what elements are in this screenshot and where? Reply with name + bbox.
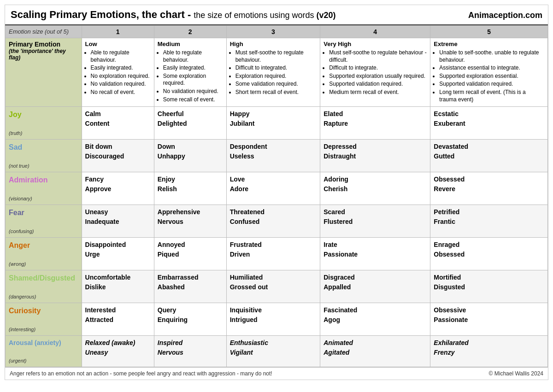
- anger-col5: EnragedObsessed: [430, 238, 548, 270]
- list-item: Able to regulate behaviour.: [163, 49, 223, 64]
- list-item: Easily integrated.: [91, 64, 151, 72]
- desc-col4: Very High Must self-soothe to regulate b…: [320, 38, 430, 107]
- curiosity-label: Curiosity: [9, 305, 78, 316]
- shamed-label: Shamed/Disgusted: [9, 273, 78, 284]
- arousal-col5: ExhilaratedFrenzy: [430, 336, 548, 367]
- primary-emotion-label: Primary Emotion: [9, 41, 78, 48]
- arousal-label: Arousal (anxiety): [9, 338, 78, 348]
- admiration-col3: LoveAdore: [226, 172, 320, 205]
- list-item: No validation required.: [91, 81, 151, 88]
- title-main: Scaling Primary Emotions, the chart: [11, 9, 185, 20]
- admiration-sub: (visionary): [9, 195, 78, 203]
- list-item: Easily integrated.: [163, 64, 223, 72]
- emotion-label-shamed: Shamed/Disgusted (dangerous): [6, 270, 82, 303]
- curiosity-col4: FascinatedAgog: [320, 303, 430, 336]
- emotion-row-fear: Fear (confusing) UneasyInadequate Appreh…: [6, 205, 548, 238]
- arousal-col3: EnthusiasticVigilant: [226, 336, 320, 367]
- level1-label: Low: [85, 41, 151, 47]
- list-item: Some exploration required.: [163, 73, 223, 87]
- shamed-sub: (dangerous): [9, 293, 78, 301]
- shamed-col5: MortifiedDisgusted: [430, 270, 548, 303]
- list-item: Short term recall of event.: [235, 89, 317, 96]
- desc-col1: Low Able to regulate behaviour. Easily i…: [82, 38, 154, 107]
- list-item: Unable to self-soothe. unable to regulat…: [439, 49, 544, 64]
- level3-list: Must self-soothe to regulate behaviour. …: [235, 49, 317, 96]
- arousal-col2: InspiredNervous: [154, 336, 226, 367]
- title-dash: -: [185, 9, 194, 20]
- page-wrapper: Scaling Primary Emotions, the chart - th…: [5, 5, 548, 380]
- emotion-label-fear: Fear (confusing): [6, 205, 82, 238]
- sad-col2: DownUnhappy: [154, 140, 226, 172]
- anger-col1: DisappointedUrge: [82, 238, 154, 270]
- list-item: Able to regulate behaviour.: [91, 49, 151, 64]
- list-item: Supported validation required.: [329, 81, 427, 88]
- fear-col3: ThreatenedConfused: [226, 205, 320, 238]
- anger-col3: FrustratedDriven: [226, 238, 320, 270]
- list-item: Must self-soothe to regulate behaviour -…: [329, 49, 427, 64]
- joy-col1: CalmContent: [82, 107, 154, 140]
- joy-label: Joy: [9, 109, 78, 120]
- level3-label: High: [230, 41, 317, 47]
- desc-col5: Extreme Unable to self-soothe. unable to…: [430, 38, 548, 107]
- emotion-row-arousal: Arousal (anxiety) (urgent) Relaxed (awak…: [6, 336, 548, 367]
- sad-col3: DespondentUseless: [226, 140, 320, 172]
- arousal-sub: (urgent): [9, 357, 78, 365]
- emotion-row-admiration: Admiration (visionary) FancyApprove Enjo…: [6, 172, 548, 205]
- list-item: No exploration required.: [91, 73, 151, 80]
- list-item: Long term recall of event. (This is a tr…: [439, 89, 544, 103]
- header-col5: 5: [430, 26, 548, 38]
- list-item: Assistance essential to integrate.: [439, 64, 544, 72]
- sad-col1: Bit downDiscouraged: [82, 140, 154, 172]
- emotion-label-admiration: Admiration (visionary): [6, 172, 82, 205]
- title-sub: the size of emotions using words (v20): [194, 11, 335, 20]
- curiosity-sub: (interesting): [9, 326, 78, 333]
- list-item: Exploration required.: [235, 73, 317, 80]
- joy-sub: (truth): [9, 129, 78, 137]
- header-col3: 3: [226, 26, 320, 38]
- header-col4: 4: [320, 26, 430, 38]
- desc-col3: High Must self-soothe to regulate behavi…: [226, 38, 320, 107]
- fear-label: Fear: [9, 207, 78, 218]
- list-item: Must self-soothe to regulate behaviour.: [235, 49, 317, 64]
- emotion-label-curiosity: Curiosity (interesting): [6, 303, 82, 336]
- header-emotion-size: Emotion size (out of 5): [6, 26, 82, 38]
- description-row: Primary Emotion (the 'importance' they f…: [6, 38, 548, 107]
- shamed-col4: DisgracedAppalled: [320, 270, 430, 303]
- list-item: Supported exploration usually required.: [329, 73, 427, 80]
- sad-col5: DevastatedGutted: [430, 140, 548, 172]
- list-item: No recall of event.: [91, 89, 151, 96]
- anger-label: Anger: [9, 240, 78, 251]
- joy-col2: CheerfulDelighted: [154, 107, 226, 140]
- list-item: Some validation required.: [235, 81, 317, 88]
- list-item: Difficult to integrate.: [329, 64, 427, 72]
- admiration-label: Admiration: [9, 175, 78, 186]
- emotion-row-shamed: Shamed/Disgusted (dangerous) Uncomfortab…: [6, 270, 548, 303]
- sad-sub: (not true): [9, 162, 78, 170]
- emotion-row-sad: Sad (not true) Bit downDiscouraged DownU…: [6, 140, 548, 172]
- footer: Anger refers to an emotion not an action…: [5, 367, 548, 380]
- emotion-row-joy: Joy (truth) CalmContent CheerfulDelighte…: [6, 107, 548, 140]
- admiration-col4: AdoringCherish: [320, 172, 430, 205]
- desc-col2: Medium Able to regulate behaviour. Easil…: [154, 38, 226, 107]
- desc-col0: Primary Emotion (the 'importance' they f…: [6, 38, 82, 107]
- list-item: Difficult to integrated.: [235, 64, 317, 72]
- admiration-col1: FancyApprove: [82, 172, 154, 205]
- joy-col5: EcstaticExuberant: [430, 107, 548, 140]
- arousal-col4: AnimatedAgitated: [320, 336, 430, 367]
- main-table: Emotion size (out of 5) 1 2 3 4 5 Primar…: [5, 25, 548, 367]
- fear-col1: UneasyInadequate: [82, 205, 154, 238]
- curiosity-col5: ObsessivePassionate: [430, 303, 548, 336]
- anger-col4: IratePassionate: [320, 238, 430, 270]
- sad-label: Sad: [9, 142, 78, 153]
- shamed-col1: UncomfortableDislike: [82, 270, 154, 303]
- admiration-col5: ObsessedRevere: [430, 172, 548, 205]
- curiosity-col1: InterestedAttracted: [82, 303, 154, 336]
- primary-emotion-sub: (the 'importance' they flag): [9, 48, 78, 61]
- shamed-col3: HumiliatedGrossed out: [226, 270, 320, 303]
- anger-sub: (wrong): [9, 260, 78, 268]
- fear-col2: ApprehensiveNervous: [154, 205, 226, 238]
- fear-col5: PetrifiedFrantic: [430, 205, 548, 238]
- level5-label: Extreme: [434, 41, 544, 47]
- header-col2: 2: [154, 26, 226, 38]
- joy-col4: ElatedRapture: [320, 107, 430, 140]
